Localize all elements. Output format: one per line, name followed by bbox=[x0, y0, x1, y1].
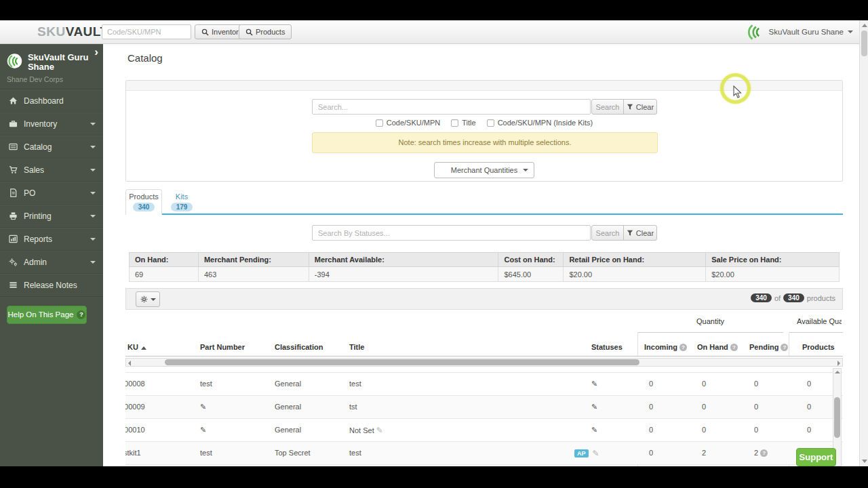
sidebar-item-reports[interactable]: Reports bbox=[0, 228, 103, 251]
column-header-title[interactable]: Title bbox=[349, 343, 364, 351]
cell-title: Not Set ✎ bbox=[349, 426, 383, 435]
table-settings-gear-button[interactable] bbox=[136, 291, 160, 307]
info-icon[interactable]: ? bbox=[730, 344, 738, 351]
scroll-up-arrow-icon[interactable] bbox=[862, 24, 867, 27]
sidebar-item-admin[interactable]: Admin bbox=[0, 251, 103, 274]
tab-kits[interactable]: Kits 179 bbox=[166, 189, 197, 215]
statuses-search-button[interactable]: Search bbox=[591, 225, 624, 241]
sidebar-item-label: Printing bbox=[24, 211, 52, 221]
catalog-search-input[interactable] bbox=[312, 99, 591, 115]
column-header-products[interactable]: Products bbox=[802, 343, 835, 351]
cell-incoming: 0 bbox=[649, 380, 653, 388]
chevron-down-icon bbox=[90, 261, 96, 264]
search-by-statuses-input[interactable] bbox=[312, 225, 591, 241]
statuses-clear-button[interactable]: Clear bbox=[623, 225, 657, 241]
browser-scrollbar[interactable] bbox=[859, 20, 868, 466]
status-badge-ap[interactable]: AP bbox=[574, 449, 589, 458]
scrollbar-thumb[interactable] bbox=[861, 30, 867, 56]
edit-pencil-icon[interactable]: ✎ bbox=[593, 449, 599, 458]
scrollbar-thumb[interactable] bbox=[165, 359, 639, 365]
topbar-products-button[interactable]: Products bbox=[239, 24, 292, 39]
edit-pencil-icon[interactable]: ✎ bbox=[591, 426, 597, 434]
info-icon[interactable]: ? bbox=[760, 449, 768, 457]
scroll-right-arrow-icon[interactable] bbox=[837, 361, 840, 366]
help-on-this-page-button[interactable]: Help On This Page ? bbox=[7, 306, 87, 324]
app-window: SKUVAULT Inventory Products SkuVault Gur… bbox=[0, 20, 868, 466]
sidebar-item-sales[interactable]: Sales bbox=[0, 159, 103, 182]
table-row[interactable]: stkit1 test Top Secret test AP✎ 0 2 2? bbox=[125, 442, 843, 465]
column-header-part-number[interactable]: Part Number bbox=[200, 343, 245, 351]
checkbox-code-sku-mpn-inside-kits[interactable]: Code/SKU/MPN (Inside Kits) bbox=[487, 119, 593, 127]
sidebar-item-inventory[interactable]: Inventory bbox=[0, 113, 103, 136]
catalog-list-icon bbox=[8, 142, 18, 151]
filter-funnel-icon bbox=[627, 104, 633, 110]
checkbox-icon[interactable] bbox=[487, 119, 494, 127]
table-row[interactable]: '00009 ✎ General tst ✎ 0 0 0 0 bbox=[125, 396, 843, 419]
gear-icon bbox=[140, 296, 148, 303]
clear-button-label: Clear bbox=[636, 229, 654, 237]
sort-ascending-icon bbox=[141, 346, 146, 350]
tab-underline bbox=[125, 214, 843, 215]
column-header-on-hand[interactable]: On Hand? bbox=[697, 343, 738, 351]
count-total-badge: 340 bbox=[783, 293, 804, 302]
checkbox-icon[interactable] bbox=[451, 119, 458, 127]
column-header-classification[interactable]: Classification bbox=[275, 343, 323, 351]
column-header-sku[interactable]: KU bbox=[127, 343, 146, 351]
topbar-search-input[interactable] bbox=[102, 24, 191, 39]
filter-funnel-icon bbox=[627, 230, 633, 237]
chevron-down-icon bbox=[848, 30, 853, 33]
dropdown-selected-value: Merchant Quantities bbox=[451, 166, 517, 174]
checkbox-label: Code/SKU/MPN bbox=[387, 119, 440, 127]
column-header-incoming[interactable]: Incoming? bbox=[644, 343, 687, 351]
sidebar-item-dashboard[interactable]: Dashboard bbox=[0, 89, 103, 113]
merchant-quantities-dropdown[interactable]: Merchant Quantities bbox=[434, 162, 534, 178]
table-horizontal-scrollbar[interactable] bbox=[125, 358, 843, 367]
count-products-label: products bbox=[807, 294, 835, 302]
edit-pencil-icon[interactable]: ✎ bbox=[591, 380, 597, 388]
edit-pencil-icon[interactable]: ✎ bbox=[200, 403, 206, 411]
clear-button[interactable]: Clear bbox=[623, 99, 657, 115]
panel-header-strip bbox=[126, 81, 842, 91]
summary-header-row: On Hand: Merchant Pending: Merchant Avai… bbox=[130, 253, 840, 267]
table-toolbar: 340 of 340 products bbox=[125, 288, 843, 310]
scroll-up-arrow-icon[interactable] bbox=[835, 371, 840, 373]
sidebar-item-label: Dashboard bbox=[24, 96, 64, 106]
info-icon[interactable]: ? bbox=[781, 344, 788, 351]
topbar-products-label: Products bbox=[256, 28, 285, 36]
table-row[interactable]: '00010 ✎ General Not Set ✎ ✎ 0 0 0 0 bbox=[125, 419, 843, 442]
tab-kits-label: Kits bbox=[166, 192, 197, 201]
chevron-down-icon bbox=[90, 146, 96, 148]
cell-title: test bbox=[349, 449, 361, 457]
edit-pencil-icon[interactable]: ✎ bbox=[591, 403, 597, 411]
sidebar-item-release-notes[interactable]: Release Notes bbox=[0, 274, 103, 297]
checkbox-icon[interactable] bbox=[376, 119, 383, 127]
info-icon[interactable]: ? bbox=[679, 344, 687, 351]
scroll-down-arrow-icon[interactable] bbox=[862, 460, 867, 463]
sidebar-user-block: › SkuVault Guru Shane Shane Dev Corps bbox=[0, 44, 103, 89]
clear-button-label: Clear bbox=[636, 103, 654, 111]
sidebar-collapse-chevron-icon[interactable]: › bbox=[94, 45, 98, 59]
products-count-summary: 340 of 340 products bbox=[751, 293, 835, 302]
tab-products[interactable]: Products 340 bbox=[125, 189, 162, 215]
table-row[interactable]: '00008 test General test ✎ 0 0 0 0 bbox=[125, 373, 843, 396]
sidebar-item-label: Inventory bbox=[24, 119, 57, 129]
search-button[interactable]: Search bbox=[591, 99, 624, 115]
avatar bbox=[7, 51, 22, 71]
user-menu[interactable]: SkuVault Guru Shane bbox=[746, 22, 853, 41]
checkbox-code-sku-mpn[interactable]: Code/SKU/MPN bbox=[376, 119, 440, 127]
scrollbar-thumb[interactable] bbox=[834, 397, 840, 438]
edit-pencil-icon[interactable]: ✎ bbox=[376, 426, 383, 435]
sidebar-item-printing[interactable]: Printing bbox=[0, 205, 103, 228]
cell-part-number: test bbox=[200, 380, 212, 388]
sidebar-item-po[interactable]: PO bbox=[0, 182, 103, 205]
scroll-left-arrow-icon[interactable] bbox=[128, 361, 131, 366]
column-header-statuses[interactable]: Statuses bbox=[591, 343, 623, 351]
edit-pencil-icon[interactable]: ✎ bbox=[200, 426, 206, 434]
skuvault-logo[interactable]: SKUVAULT bbox=[37, 24, 108, 39]
checkbox-title[interactable]: Title bbox=[451, 119, 475, 127]
briefcase-icon bbox=[8, 119, 18, 128]
column-header-pending[interactable]: Pending? bbox=[749, 343, 788, 351]
group-underline bbox=[637, 332, 783, 333]
sidebar-item-catalog[interactable]: Catalog bbox=[0, 136, 103, 159]
support-button[interactable]: Support bbox=[796, 448, 836, 466]
